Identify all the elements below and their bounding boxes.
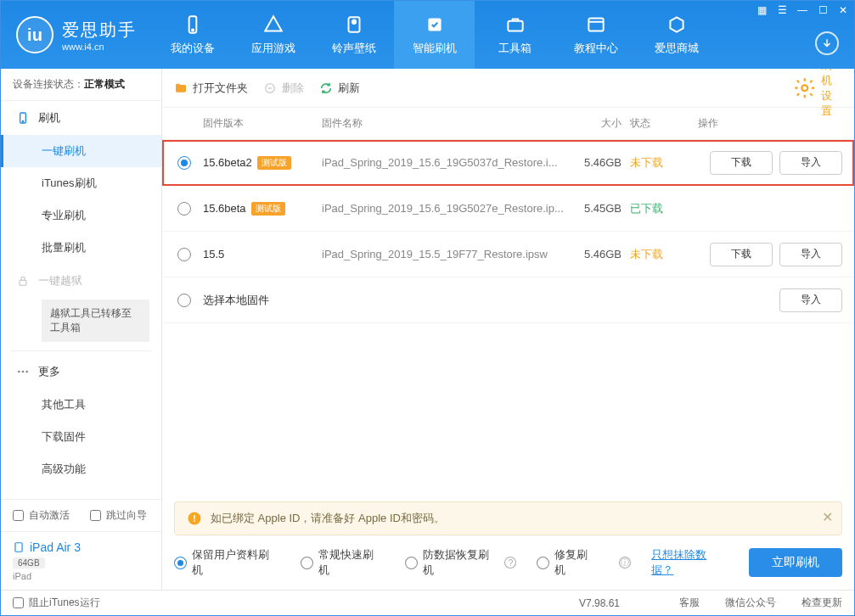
firmware-version: 15.5 (203, 248, 322, 260)
sidebar-item-other-tools[interactable]: 其他工具 (1, 389, 161, 421)
nav-tab-2[interactable]: 铃声壁纸 (313, 1, 394, 69)
svg-rect-6 (588, 18, 603, 31)
opt-keep-data-label: 保留用户资料刷机 (192, 547, 280, 578)
sidebar-item-batch-flash[interactable]: 批量刷机 (1, 232, 161, 264)
svg-point-3 (352, 20, 355, 24)
nav-tab-6[interactable]: 爱思商城 (636, 1, 717, 69)
help-icon-2[interactable]: ⓘ (619, 557, 631, 568)
col-name: 固件名称 (322, 116, 565, 131)
firmware-row: 15.5iPad_Spring_2019_15.5_19F77_Restore.… (162, 232, 854, 277)
sidebar-header-more[interactable]: 更多 (1, 355, 161, 389)
toolbar: 打开文件夹 删除 刷新 刷机设置 (162, 69, 854, 108)
svg-rect-13 (15, 543, 22, 552)
download-button[interactable]: 下载 (710, 151, 773, 175)
maximize-icon[interactable]: ☐ (817, 4, 829, 16)
firmware-rows: 15.6beta2测试版iPad_Spring_2019_15.6_19G503… (162, 140, 854, 277)
support-link[interactable]: 客服 (679, 596, 700, 610)
flash-options: 保留用户资料刷机 常规快速刷机 防数据恢复刷机 ? 修复刷机 ⓘ 只想抹除数据？ (174, 547, 842, 578)
opt-repair-flash-label: 修复刷机 (554, 547, 599, 578)
logo: iu 爱思助手 www.i4.cn (1, 1, 152, 69)
nav-tab-label: 爱思商城 (655, 41, 699, 56)
delete-label: 删除 (282, 81, 304, 96)
local-firmware-radio[interactable] (176, 293, 193, 308)
flash-now-button[interactable]: 立即刷机 (749, 548, 842, 577)
beta-badge: 测试版 (251, 202, 285, 216)
alert-text: 如已绑定 Apple ID，请准备好 Apple ID和密码。 (211, 511, 445, 526)
wechat-link[interactable]: 微信公众号 (725, 596, 776, 610)
check-update-link[interactable]: 检查更新 (802, 596, 842, 610)
window-controls: ▦ ☰ — ☐ ✕ (756, 4, 849, 16)
sidebar-item-oneclick-flash[interactable]: 一键刷机 (1, 135, 161, 167)
sidebar-item-download-firmware[interactable]: 下载固件 (1, 421, 161, 453)
opt-repair-flash[interactable]: 修复刷机 (537, 547, 599, 578)
local-firmware-row: 选择本地固件 导入 (162, 277, 854, 323)
firmware-row: 15.6beta测试版iPad_Spring_2019_15.6_19G5027… (162, 186, 854, 232)
help-icon[interactable]: ? (504, 557, 516, 568)
svg-point-12 (25, 370, 28, 372)
auto-activate-label: 自动激活 (29, 508, 70, 523)
sidebar-item-pro-flash[interactable]: 专业刷机 (1, 199, 161, 232)
import-button[interactable]: 导入 (779, 151, 842, 175)
firmware-name: iPad_Spring_2019_15.5_19F77_Restore.ipsw (322, 248, 565, 260)
minimize-icon[interactable]: — (796, 4, 808, 16)
auto-activate-checkbox[interactable] (13, 510, 24, 521)
download-button[interactable]: 下载 (710, 243, 773, 266)
nav-tab-label: 我的设备 (171, 41, 215, 56)
firmware-radio[interactable] (176, 155, 193, 171)
nav-tabs: 我的设备应用游戏铃声壁纸智能刷机工具箱教程中心爱思商城 (152, 1, 717, 69)
firmware-radio[interactable] (176, 247, 193, 262)
svg-point-8 (22, 120, 23, 121)
wipe-data-link[interactable]: 只想抹除数据？ (651, 547, 728, 578)
firmware-size: 5.46GB (565, 248, 630, 260)
firmware-version: 15.6beta测试版 (203, 202, 322, 216)
device-name: iPad Air 3 (30, 540, 81, 554)
opt-anti-recovery-label: 防数据恢复刷机 (423, 547, 500, 578)
device-storage: 64GB (13, 557, 45, 568)
device-model: iPad (13, 571, 149, 581)
auto-activate-row: 自动激活 跳过向导 (1, 500, 161, 531)
delete-button: 删除 (263, 81, 304, 96)
titlebar: ▦ ☰ — ☐ ✕ iu 爱思助手 www.i4.cn 我的设备应用游戏铃声壁纸… (1, 1, 854, 69)
statusbar: 阻止iTunes运行 V7.98.61 客服 微信公众号 检查更新 (1, 590, 854, 615)
opt-anti-recovery[interactable]: 防数据恢复刷机 ? (405, 547, 517, 578)
nav-tab-3[interactable]: 智能刷机 (394, 1, 475, 69)
skip-guide-checkbox[interactable] (90, 510, 101, 521)
nav-tab-1[interactable]: 应用游戏 (233, 1, 313, 69)
close-icon[interactable]: ✕ (837, 4, 849, 16)
col-status: 状态 (630, 116, 698, 131)
device-panel: iPad Air 3 64GB iPad (1, 531, 161, 590)
app-subtitle: www.i4.cn (62, 42, 137, 52)
beta-badge: 测试版 (257, 156, 291, 170)
sidebar-header-jailbreak: 一键越狱 (1, 264, 161, 298)
open-folder-button[interactable]: 打开文件夹 (174, 81, 248, 96)
firmware-row: 15.6beta2测试版iPad_Spring_2019_15.6_19G503… (162, 140, 854, 186)
opt-fast-flash-label: 常规快速刷机 (318, 547, 385, 578)
nav-tab-label: 应用游戏 (251, 41, 295, 56)
refresh-button[interactable]: 刷新 (319, 81, 360, 96)
nav-tab-4[interactable]: 工具箱 (475, 1, 555, 69)
alert-close-icon[interactable]: ✕ (822, 509, 833, 525)
col-version: 固件版本 (203, 116, 322, 131)
app-title: 爱思助手 (62, 19, 137, 42)
menu-icon[interactable]: ☰ (776, 4, 788, 16)
firmware-status: 已下载 (630, 201, 698, 216)
svg-point-15 (802, 85, 807, 91)
block-itunes-checkbox[interactable] (13, 597, 24, 608)
opt-fast-flash[interactable]: 常规快速刷机 (301, 547, 385, 578)
import-button[interactable]: 导入 (779, 243, 842, 266)
sidebar-header-flash[interactable]: 刷机 (1, 101, 161, 135)
nav-tab-5[interactable]: 教程中心 (555, 1, 636, 69)
grid-icon[interactable]: ▦ (756, 4, 768, 16)
firmware-radio[interactable] (176, 201, 193, 216)
sidebar-item-itunes-flash[interactable]: iTunes刷机 (1, 167, 161, 199)
nav-tab-0[interactable]: 我的设备 (152, 1, 233, 69)
sidebar-item-advanced[interactable]: 高级功能 (1, 453, 161, 485)
firmware-status: 未下载 (630, 155, 698, 171)
firmware-version: 15.6beta2测试版 (203, 156, 322, 170)
svg-rect-5 (508, 21, 522, 31)
opt-keep-data[interactable]: 保留用户资料刷机 (174, 547, 280, 578)
nav-tab-label: 智能刷机 (413, 41, 457, 56)
download-manager-icon[interactable] (815, 31, 839, 55)
local-import-button[interactable]: 导入 (779, 288, 842, 312)
svg-point-11 (22, 370, 25, 372)
